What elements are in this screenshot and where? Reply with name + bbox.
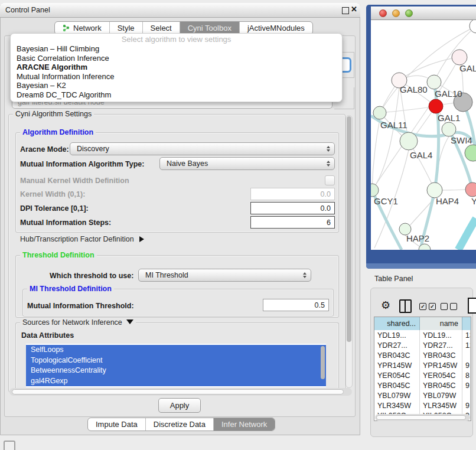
apply-button[interactable]: Apply	[158, 398, 201, 413]
svg-text:Y: Y	[471, 196, 476, 206]
close-traffic-light[interactable]	[379, 9, 387, 17]
kernel-width-label: Kernel Width (0,1):	[20, 190, 85, 198]
mi-algorithm-type-label: Mutual Information Algorithm Type:	[20, 160, 144, 168]
manual-kernel-checkbox[interactable]	[325, 175, 335, 185]
svg-text:GAL80: GAL80	[400, 84, 428, 94]
table-horizontal-scrollbar-thumb[interactable]	[376, 415, 466, 420]
settings-vertical-scrollbar-thumb[interactable]	[347, 116, 351, 342]
dropdown-item[interactable]: Dream8 DC_TDC Algorithm	[11, 90, 342, 100]
network-node[interactable]	[465, 182, 476, 197]
file-icon[interactable]	[468, 298, 476, 314]
svg-text:SWI4: SWI4	[451, 135, 472, 145]
mi-algorithm-type-select[interactable]: Naive Bayes	[159, 157, 335, 170]
mi-steps-input[interactable]: 6	[250, 216, 335, 229]
stepper-arrows-icon	[303, 272, 307, 278]
list-vertical-scrollbar[interactable]	[321, 346, 325, 379]
network-node-GAL1-selected[interactable]	[429, 99, 443, 113]
settings-horizontal-scrollbar-thumb[interactable]	[12, 389, 344, 394]
column-header-partial[interactable]	[462, 317, 471, 330]
deselect-all-icon[interactable]	[441, 303, 457, 310]
list-item[interactable]: BetweennessCentrality	[26, 366, 326, 376]
which-threshold-select[interactable]: MI Threshold	[138, 269, 311, 282]
dpi-tolerance-label: DPI Tolerance [0,1]:	[20, 204, 89, 213]
dropdown-item[interactable]: Basic Correlation Inference	[11, 54, 342, 63]
table-row[interactable]: YLR345W YLR345W 9.	[374, 400, 471, 410]
svg-text:HAP4: HAP4	[436, 196, 459, 206]
hub-definition-expander[interactable]: Hub/Transcription Factor Definition	[20, 235, 144, 243]
table-row[interactable]: YPR145W YPR145W 9.	[374, 360, 471, 370]
tab-style[interactable]: Style	[109, 22, 142, 34]
network-edge-thick	[458, 219, 476, 250]
aracne-mode-label: Aracne Mode:	[20, 145, 69, 154]
dropdown-item[interactable]: Bayesian – Hill Climbing	[11, 44, 342, 54]
minimized-panel-icon[interactable]	[4, 441, 15, 450]
tab-jactivemnodules[interactable]: jActiveMNodules	[239, 22, 312, 34]
network-graph: GAL GAL80 GAL10 GAL1 GAL11 SWI4 GAL4 GCY…	[371, 20, 476, 250]
dropdown-item[interactable]: Mutual Information Inference	[11, 72, 342, 81]
mi-steps-label: Mutual Information Steps:	[20, 219, 111, 227]
dropdown-item[interactable]: Bayesian – K2	[11, 81, 342, 90]
dropdown-item-highlighted[interactable]: ARACNE Algorithm	[11, 63, 342, 72]
svg-text:HAP2: HAP2	[406, 233, 429, 243]
cyni-bottom-tabbar: Impute Data Discretize Data Infer Networ…	[87, 418, 275, 431]
network-node-GAL10[interactable]	[427, 75, 441, 89]
collapse-down-icon	[126, 319, 133, 324]
svg-text:GCY1: GCY1	[374, 196, 398, 206]
tab-network[interactable]: Network	[55, 22, 109, 34]
mi-threshold-label: Mutual Information Threshold:	[27, 302, 134, 310]
tab-select[interactable]: Select	[142, 22, 180, 34]
network-node-GCY1[interactable]	[371, 184, 379, 197]
network-canvas[interactable]: GAL GAL80 GAL10 GAL1 GAL11 SWI4 GAL4 GCY…	[371, 20, 476, 250]
dpi-tolerance-input[interactable]: 0.0	[250, 202, 335, 214]
list-item[interactable]: TopologicalCoefficient	[26, 356, 326, 366]
select-all-icon[interactable]: ✓ ✓	[419, 303, 436, 310]
gear-icon[interactable]: ⚙	[381, 299, 390, 312]
data-attributes-label: Data Attributes	[21, 331, 74, 340]
kernel-width-input[interactable]: 0.0	[250, 188, 335, 200]
column-header-name[interactable]: name	[420, 317, 462, 330]
data-attributes-list[interactable]: SelfLoops TopologicalCoefficient Between…	[26, 344, 326, 387]
table-panel-title: Table Panel	[374, 275, 413, 283]
zoom-traffic-light[interactable]	[405, 9, 413, 17]
network-icon	[63, 24, 70, 32]
list-item[interactable]: SelfLoops	[26, 345, 326, 356]
table-row[interactable]: YBR045C YBR045C 9.	[374, 380, 471, 390]
which-threshold-label: Which threshold to use:	[50, 272, 133, 280]
table-row[interactable]: YER054C YER054C 8.	[374, 370, 471, 380]
control-panel-title: Control Panel	[5, 6, 50, 14]
svg-text:GAL11: GAL11	[380, 120, 407, 130]
network-window-titlebar[interactable]	[371, 6, 476, 20]
node-table: shared... name YDL19... YDL19... 13 YDR2…	[374, 317, 471, 421]
float-window-icon[interactable]	[342, 7, 349, 14]
tab-discretize-data[interactable]: Discretize Data	[145, 418, 213, 431]
minimize-traffic-light[interactable]	[392, 9, 400, 17]
algorithm-dropdown-list: Select algorithm to view settings Bayesi…	[10, 33, 343, 102]
close-icon[interactable]: ✕	[351, 5, 357, 14]
columns-icon[interactable]	[399, 299, 412, 313]
list-item[interactable]: gal4RGexp	[26, 376, 326, 387]
network-node-GAL11[interactable]	[373, 106, 386, 119]
tab-infer-network[interactable]: Infer Network	[213, 418, 275, 431]
screen: Control Panel ✕ Network Style Select Cyn…	[0, 0, 476, 450]
stepper-arrows-icon	[327, 161, 330, 167]
aracne-mode-select[interactable]: Discovery	[70, 142, 335, 155]
svg-text:GAL1: GAL1	[438, 113, 460, 123]
mi-threshold-input[interactable]: 0.5	[263, 299, 329, 311]
expand-right-icon	[139, 236, 144, 242]
table-row[interactable]: YDR27... YDR27... 12	[374, 340, 471, 350]
table-row[interactable]: YBL079W YBL079W	[374, 390, 471, 400]
stepper-arrows-icon	[327, 146, 330, 152]
table-row[interactable]: YDL19... YDL19... 13	[374, 330, 471, 340]
dropdown-placeholder: Select algorithm to view settings	[11, 35, 342, 44]
table-row[interactable]: YBR043C YBR043C	[374, 350, 471, 360]
tab-impute-data[interactable]: Impute Data	[88, 418, 145, 431]
svg-text:GAL: GAL	[459, 63, 476, 73]
control-panel-titlebar[interactable]: Control Panel	[0, 3, 360, 18]
manual-kernel-label: Manual Kernel Width Definition	[20, 177, 129, 185]
column-header-shared-name[interactable]: shared...	[374, 317, 420, 330]
svg-text:GAL10: GAL10	[435, 89, 462, 99]
network-node-SWI4[interactable]	[442, 122, 456, 136]
network-node[interactable]	[465, 145, 476, 161]
network-node-GAL4[interactable]	[400, 132, 418, 150]
tab-cyni-toolbox[interactable]: Cyni Toolbox	[180, 22, 239, 34]
